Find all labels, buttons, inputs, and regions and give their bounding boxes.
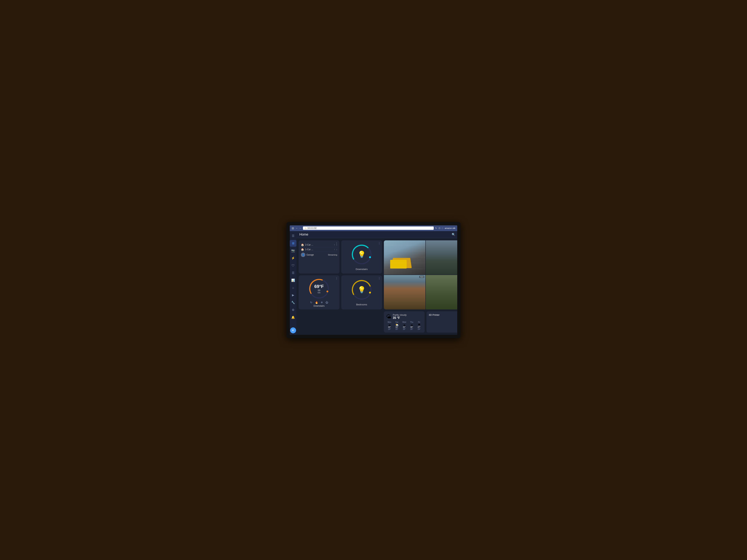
thermostat-center: 69°F 69 Idle [314, 284, 324, 294]
browser-grid-icon[interactable]: ⊞ [292, 226, 294, 230]
bedrooms-lights-menu[interactable]: ⋮ [378, 277, 381, 280]
garage-user-avatar: 👤 [301, 252, 305, 257]
forecast-thu-high: 30° [408, 326, 415, 328]
forecast-fri-icon: 🌨 [416, 323, 422, 326]
forecast-wed-day: Wed [401, 321, 408, 323]
forecast-thu-day: Thu [408, 321, 415, 323]
camera-grid: Nest Nest [384, 240, 457, 310]
browser-brand: amazon silk [445, 227, 455, 229]
garage-2car-left: 🏠 2-Car ... [301, 243, 313, 246]
screen: ⊞ ← → ⚠ 10.0.0.92 ↻ ⊡ □ amazon silk ☰ ⊞ [290, 225, 457, 335]
sidebar-item-lightning[interactable]: ⚡ [290, 255, 297, 262]
bedrooms-lights-card[interactable]: ⋮ 💡 Bedrooms [341, 275, 382, 310]
refresh-icon[interactable]: ↻ [435, 227, 437, 230]
forecast-wed-high: 31° [401, 326, 408, 328]
camera-side[interactable] [426, 240, 457, 275]
thermostat-status: Idle [314, 292, 324, 294]
garage-2car-label: 2-Car ... [305, 243, 313, 246]
sidebar-item-bell[interactable]: 🔔 [290, 314, 297, 321]
camera-backyard[interactable]: Nest [426, 275, 457, 310]
thermostat-temperature: 69°F [314, 284, 324, 289]
sidebar-item-tools[interactable]: 🔧 [290, 299, 297, 306]
camera-front[interactable]: Nest [384, 275, 426, 310]
garage-item-2car[interactable]: 🏠 2-Car ... ↑ ↓ [301, 243, 337, 247]
garage-2car-up[interactable]: ↑ [334, 243, 335, 246]
garage-card-menu[interactable]: ⋮ [335, 242, 338, 245]
forecast-wed-low: 26° [401, 328, 408, 330]
sidebar-menu-icon[interactable]: ☰ [290, 233, 297, 239]
camera-front-label: Nest [419, 276, 424, 278]
search-icon[interactable]: 🔍 [452, 233, 455, 236]
back-button[interactable]: ← [295, 227, 298, 230]
sidebar-item-camera[interactable]: 📷 [290, 247, 297, 254]
sidebar-item-chart[interactable]: 📊 [290, 277, 297, 284]
forecast-tue-high: 33° [393, 326, 400, 328]
monitor-icon[interactable]: □ [442, 227, 443, 230]
printer-icons: 📋 🕐 [429, 318, 457, 327]
sidebar-item-shield[interactable]: 🛡 [290, 262, 297, 269]
downstairs-light-ring: 💡 [351, 243, 373, 266]
garage-item-1car[interactable]: 🏠 1-Car ... ↑ ↓ [301, 247, 337, 252]
downstairs-light-icon: 💡 [358, 250, 366, 258]
weather-header: 🌤 Partly cloudy 35 °F [386, 314, 422, 320]
weather-temperature: 35 °F [393, 316, 407, 320]
weather-icon: 🌤 [386, 314, 391, 320]
downstairs-lights-card[interactable]: ⋮ 💡 Downstairs [341, 240, 382, 273]
garage-door-icon-2: 🏠 [301, 248, 304, 251]
sidebar-item-list[interactable]: ☰ [290, 270, 297, 276]
thermo-power-icon[interactable]: ⏻ [326, 301, 328, 304]
forecast-wed-icon: ☁ [401, 323, 408, 326]
thermo-heat-icon[interactable]: 🔥 [315, 301, 318, 304]
user-avatar[interactable]: K [290, 327, 296, 334]
sidebar-item-dashboard[interactable]: ⊞ [290, 240, 297, 247]
thermostat-ring: 69°F 69 Idle [308, 277, 330, 300]
bookmark-icon[interactable]: ⊡ [439, 227, 440, 230]
thermostat-controls: ↻ 🔥 ❄ ⏻ [301, 301, 337, 304]
road-lines [384, 240, 426, 275]
garage-streaming-left: 👤 Garage [301, 252, 314, 257]
address-bar[interactable]: ⚠ 10.0.0.92 [303, 226, 434, 230]
sidebar-item-home[interactable]: ⌂ [290, 285, 297, 291]
forward-button[interactable]: → [299, 227, 302, 230]
page-title: Home [300, 233, 308, 237]
ha-app: ☰ ⊞ 📷 ⚡ 🛡 ☰ 📊 ⌂ ▶ 🔧 ⚙ 🔔 K Home [290, 231, 457, 335]
tv-frame: ⊞ ← → ⚠ 10.0.0.92 ↻ ⊡ □ amazon silk ☰ ⊞ [286, 222, 461, 338]
thermo-cool-icon[interactable]: ❄ [321, 301, 323, 304]
forecast-tue-day: Tue [393, 321, 400, 323]
forecast-thu: Thu ☁ 30° 26° [408, 321, 415, 330]
camera-driveway[interactable] [384, 240, 426, 275]
security-warn-icon: ⚠ [305, 227, 307, 230]
forecast-fri-high: 27° [416, 326, 422, 328]
sidebar-item-media[interactable]: ▶ [290, 292, 297, 298]
browser-bar: ⊞ ← → ⚠ 10.0.0.92 ↻ ⊡ □ amazon silk [290, 225, 457, 231]
thermo-refresh-icon[interactable]: ↻ [310, 301, 312, 304]
downstairs-lights-label: Downstairs [356, 268, 367, 271]
forecast-fri: Fri 🌨 27° 24° [416, 321, 422, 330]
garage-1car-up[interactable]: ↑ [334, 248, 335, 251]
forecast-fri-day: Fri [416, 321, 422, 323]
forecast-thu-low: 26° [408, 328, 415, 330]
sidebar-item-settings[interactable]: ⚙ [290, 307, 297, 313]
garage-1car-arrows: ↑ ↓ [334, 248, 337, 251]
weather-description: Partly cloudy [393, 314, 407, 316]
url-text: 10.0.0.92 [307, 227, 317, 230]
browser-right: ↻ ⊡ □ amazon silk [435, 227, 455, 230]
downstairs-lights-menu[interactable]: ⋮ [378, 242, 381, 245]
forecast-tue-icon: ⛅ [393, 323, 400, 326]
forecast-fri-low: 24° [416, 328, 422, 330]
thermostat-menu[interactable]: ⋮ [335, 277, 338, 280]
forecast-mon: Mon ☁ 44° 29° [386, 321, 393, 330]
bedrooms-light-icon: 💡 [358, 286, 366, 294]
printer-title: 3D Printer [429, 314, 440, 316]
garage-1car-down[interactable]: ↓ [336, 248, 337, 251]
garage-item-streaming[interactable]: 👤 Garage Streaming [301, 252, 337, 258]
forecast-mon-day: Mon [386, 321, 393, 323]
header-right: 🔍 💬 ⋮ [452, 233, 457, 236]
forecast-tue: Tue ⛅ 33° 26° [393, 321, 400, 330]
dashboard: ⋮ 🏠 2-Car ... ↑ ↓ [297, 238, 457, 335]
ha-header: Home 🔍 💬 ⋮ [297, 231, 457, 238]
forecast-mon-icon: ☁ [386, 323, 393, 326]
forecast-mon-low: 29° [386, 328, 393, 330]
forecast-wed: Wed ☁ 31° 26° [401, 321, 408, 330]
garage-card: ⋮ 🏠 2-Car ... ↑ ↓ [299, 240, 339, 273]
